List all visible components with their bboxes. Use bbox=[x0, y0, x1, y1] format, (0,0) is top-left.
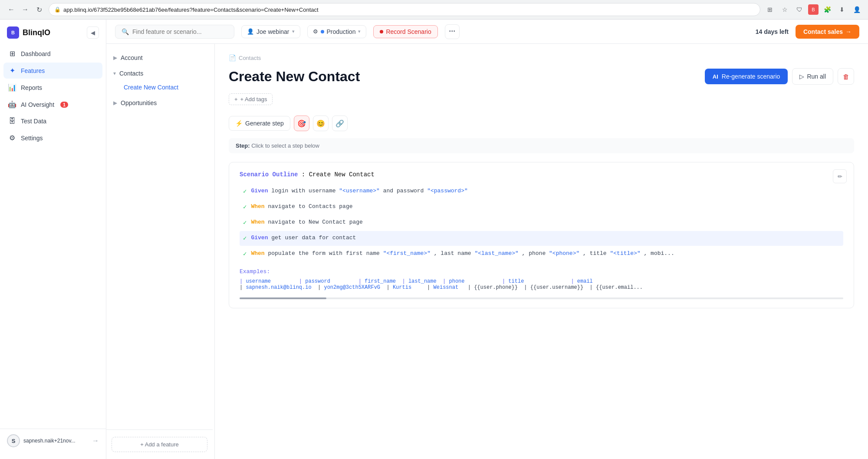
chevron-right-icon: ▶ bbox=[113, 55, 117, 61]
test-data-icon: 🗄 bbox=[8, 117, 16, 125]
sidebar-item-label: Reports bbox=[21, 84, 42, 91]
sidebar-item-features[interactable]: ✦ Features bbox=[3, 63, 102, 79]
delete-scenario-button[interactable]: 🗑 bbox=[838, 68, 854, 85]
contacts-section-header[interactable]: ▾ Contacts bbox=[106, 66, 214, 80]
forward-button[interactable]: → bbox=[19, 3, 31, 16]
sidebar-item-test-data[interactable]: 🗄 Test Data bbox=[3, 113, 102, 129]
sidebar-nav: ⊞ Dashboard ✦ Features 📊 Reports 🤖 AI Ov… bbox=[0, 46, 106, 429]
target-tool-button[interactable]: 🎯 bbox=[294, 116, 309, 131]
reload-button[interactable]: ↻ bbox=[33, 3, 45, 16]
user-selector-icon: 👤 bbox=[247, 28, 254, 35]
search-input[interactable] bbox=[132, 28, 228, 35]
top-bar: 🔍 👤 Joe webinar ▾ ⚙ Production ▾ Record … bbox=[106, 20, 868, 44]
sidebar-item-label: AI Oversight bbox=[21, 101, 54, 108]
generate-step-button[interactable]: ⚡ Generate step bbox=[229, 116, 290, 131]
logo-area: B BlinqIO bbox=[7, 26, 50, 39]
sidebar-item-label: Features bbox=[21, 67, 45, 74]
logout-button[interactable]: → bbox=[92, 437, 99, 445]
outline-step-5[interactable]: ✓ When populate the form with first name… bbox=[240, 247, 843, 261]
back-button[interactable]: ← bbox=[5, 3, 17, 16]
edit-outline-button[interactable]: ✏ bbox=[833, 169, 847, 183]
ai-icon: AI bbox=[713, 73, 718, 80]
link-tool-button[interactable]: 🔗 bbox=[332, 116, 348, 131]
outline-step-2[interactable]: ✓ When navigate to Contacts page bbox=[240, 200, 843, 215]
scenario-outline-box: ✏ Scenario Outline : Create New Contact … bbox=[229, 162, 854, 308]
env-selector[interactable]: ⚙ Production ▾ bbox=[307, 25, 367, 38]
feature-section-account: ▶ Account bbox=[106, 51, 214, 65]
feature-panel: ▶ Account ▾ Contacts Create New Contact bbox=[106, 44, 215, 459]
browser-actions: ⊞ ☆ 🛡 B 🧩 ⬇ 👤 bbox=[764, 3, 863, 16]
emoji-tool-button[interactable]: 😊 bbox=[313, 116, 329, 131]
browser-toolbar: ← → ↻ 🔒 app.blinq.io/673f522be95b68e621a… bbox=[0, 0, 868, 19]
check-icon: ✓ bbox=[243, 218, 247, 228]
run-all-button[interactable]: ▷ Run all bbox=[792, 68, 833, 85]
shield-icon[interactable]: 🛡 bbox=[793, 3, 806, 16]
record-scenario-button[interactable]: Record Scenario bbox=[373, 25, 437, 38]
download-button[interactable]: ⬇ bbox=[836, 3, 848, 16]
pencil-icon: ✏ bbox=[838, 173, 842, 180]
check-icon: ✓ bbox=[243, 234, 247, 243]
scenario-outline-title: Scenario Outline : Create New Contact bbox=[240, 171, 843, 178]
sidebar-item-dashboard[interactable]: ⊞ Dashboard bbox=[3, 46, 102, 62]
more-options-button[interactable]: ··· bbox=[445, 24, 460, 39]
step-content: Given get user data for contact bbox=[251, 234, 356, 242]
sidebar-item-reports[interactable]: 📊 Reports bbox=[3, 79, 102, 96]
opportunities-section-header[interactable]: ▶ Opportunities bbox=[106, 96, 214, 110]
reports-icon: 📊 bbox=[8, 83, 16, 92]
chevron-down-icon: ▾ bbox=[292, 29, 295, 34]
outline-step-3[interactable]: ✓ When navigate to New Contact page bbox=[240, 215, 843, 230]
sidebar-footer: S sapnesh.naik+21nov... → bbox=[0, 429, 106, 452]
trash-icon: 🗑 bbox=[843, 73, 849, 80]
app-logo: B bbox=[7, 26, 19, 39]
bookmark-button[interactable]: ☆ bbox=[779, 3, 791, 16]
browser-nav-buttons: ← → ↻ bbox=[5, 3, 45, 16]
lock-icon: 🔒 bbox=[54, 7, 61, 13]
app-container: B BlinqIO ◀ ⊞ Dashboard ✦ Features 📊 Rep… bbox=[0, 20, 868, 459]
chevron-right-icon: ▶ bbox=[113, 100, 117, 106]
sidebar: B BlinqIO ◀ ⊞ Dashboard ✦ Features 📊 Rep… bbox=[0, 20, 106, 459]
table-data-row: | sapnesh.naik@blinq.io | yon2mg@3cth5XA… bbox=[240, 284, 843, 291]
tags-row: + + Add tags bbox=[229, 93, 854, 105]
address-bar[interactable]: 🔒 app.blinq.io/673f522be95b68e621ab76ee/… bbox=[49, 3, 760, 16]
step-content: When navigate to New Contact page bbox=[251, 218, 362, 227]
add-tags-button[interactable]: + + Add tags bbox=[229, 93, 273, 105]
table-header-row: | username | password | first_name | las… bbox=[240, 278, 843, 284]
main-content: ▶ Account ▾ Contacts Create New Contact bbox=[106, 44, 868, 459]
play-icon: ▷ bbox=[799, 73, 804, 80]
breadcrumb-text: Contacts bbox=[239, 55, 261, 61]
step-label: Step: bbox=[236, 142, 251, 149]
scenario-content: 📄 Contacts Create New Contact AI Re-gene… bbox=[215, 44, 868, 459]
check-icon: ✓ bbox=[243, 187, 247, 196]
extensions-button[interactable]: ⊞ bbox=[764, 3, 776, 16]
feature-item-create-new-contact[interactable]: Create New Contact bbox=[106, 80, 214, 94]
opportunities-section-label: Opportunities bbox=[121, 99, 157, 106]
settings-icon: ⚙ bbox=[8, 134, 16, 142]
account-section-label: Account bbox=[121, 54, 143, 61]
add-feature-button[interactable]: + Add a feature bbox=[112, 437, 207, 452]
profile-button[interactable]: 👤 bbox=[851, 3, 863, 16]
outline-step-1[interactable]: ✓ Given login with username "<username>"… bbox=[240, 184, 843, 199]
features-icon: ✦ bbox=[8, 66, 16, 75]
examples-section: Examples: | username | password | first_… bbox=[240, 268, 843, 291]
collapse-sidebar-button[interactable]: ◀ bbox=[87, 26, 99, 39]
sidebar-item-settings[interactable]: ⚙ Settings bbox=[3, 130, 102, 146]
outline-step-4[interactable]: ✓ Given get user data for contact bbox=[240, 231, 843, 246]
breadcrumb: 📄 Contacts bbox=[229, 54, 854, 61]
search-bar[interactable]: 🔍 bbox=[115, 25, 234, 39]
ai-oversight-icon: 🤖 bbox=[8, 100, 16, 109]
account-section-header[interactable]: ▶ Account bbox=[106, 51, 214, 65]
target-icon: 🎯 bbox=[297, 119, 306, 128]
scroll-indicator bbox=[240, 297, 843, 299]
sidebar-item-label: Settings bbox=[21, 135, 43, 142]
sidebar-item-ai-oversight[interactable]: 🤖 AI Oversight 1 bbox=[3, 96, 102, 112]
app-name: BlinqIO bbox=[23, 28, 50, 37]
extension1-button[interactable]: B bbox=[808, 4, 819, 15]
contact-sales-button[interactable]: Contact sales → bbox=[796, 25, 859, 39]
extension2-button[interactable]: 🧩 bbox=[821, 3, 833, 16]
step-toolbar: ⚡ Generate step 🎯 😊 🔗 bbox=[229, 116, 854, 131]
regenerate-scenario-button[interactable]: AI Re-generate scenario bbox=[705, 69, 788, 84]
sidebar-header: B BlinqIO ◀ bbox=[0, 26, 106, 46]
env-status-dot bbox=[321, 30, 324, 33]
user-selector[interactable]: 👤 Joe webinar ▾ bbox=[241, 25, 300, 38]
plus-icon: + bbox=[234, 96, 238, 102]
